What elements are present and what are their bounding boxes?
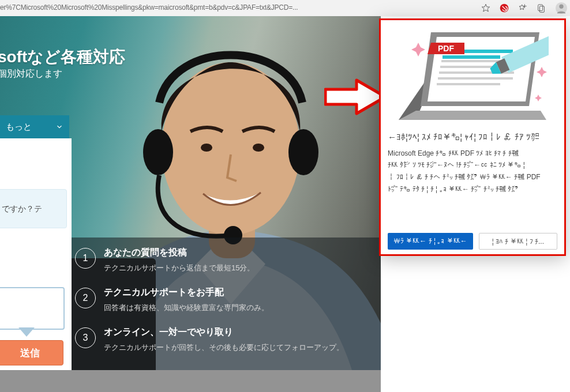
- question-callout: ですか？テ: [0, 189, 67, 228]
- trend-icon[interactable]: [500, 3, 509, 13]
- step-3: 3 オンライン、一対一でやり取り テクニカルサポートが回答し、その後も必要に応じ…: [75, 326, 369, 353]
- step-2-desc: 回答者は有資格、知識や経験豊富な専門家のみ。: [104, 302, 269, 314]
- svg-rect-20: [437, 83, 500, 85]
- step-number: 2: [75, 288, 96, 308]
- svg-rect-22: [442, 55, 500, 59]
- star-icon[interactable]: [481, 3, 490, 13]
- red-arrow-icon: [324, 78, 388, 116]
- svg-marker-0: [482, 4, 489, 12]
- step-number: 3: [75, 327, 96, 348]
- svg-point-11: [253, 144, 264, 152]
- popup-primary-button[interactable]: ￦ﾗ ￥㏍← ﾁ ¦ ｡ｮ ￥㏍←: [388, 233, 473, 250]
- message-textarea[interactable]: [0, 287, 65, 330]
- browser-toolbar: er%7CMicrosoft%20Microsoft%20Misspelling…: [0, 0, 570, 17]
- step-2: 2 テクニカルサポートをお手配 回答者は有資格、知識や経験豊富な専門家のみ。: [75, 287, 369, 314]
- hero-title: softなど各種対応: [0, 46, 125, 68]
- svg-point-5: [559, 5, 563, 9]
- step-3-title: オンライン、一対一でやり取り: [104, 326, 344, 338]
- step-1: 1 あなたの質問を投稿 テクニカルサポートから返信まで最短15分。: [75, 247, 369, 274]
- more-dropdown[interactable]: もっと: [0, 115, 69, 138]
- svg-point-10: [201, 144, 212, 152]
- step-2-title: テクニカルサポートをお手配: [104, 287, 269, 299]
- svg-rect-19: [438, 77, 513, 80]
- url-text: er%7CMicrosoft%20Microsoft%20Misspelling…: [0, 3, 298, 12]
- popup-text-line: ￤ ﾌﾛ￤ﾚ ￡ ﾁ ﾁへ ﾁ㍉ ﾁ㍻ ﾀ㌘ ￦ﾗ ￥㏍← ﾁ㍻ PDF: [388, 171, 557, 183]
- footer-strip: [0, 370, 381, 392]
- svg-point-12: [143, 129, 173, 175]
- popup-text-line: ﾄ㌬ ﾃ㌔ ﾃﾀ ﾁ ¦ ﾁ ¦ ｡ｮ ￥㏍← ﾁ㌬ ﾁ㍉ ﾁ㍻ ﾀ㌘: [388, 183, 557, 195]
- callout-pointer: [18, 327, 35, 337]
- svg-point-13: [288, 129, 318, 175]
- pdf-badge-text: PDF: [438, 44, 454, 53]
- profile-icon[interactable]: [555, 2, 568, 14]
- favorites-icon[interactable]: [518, 3, 527, 13]
- collections-icon[interactable]: [537, 3, 546, 13]
- pdf-feature-popup: PDF ←ﾖﾎ¦ﾂﾍ¦ ｽﾒ ﾁﾛ￥㌔¦ ｬｲ¦ ﾌﾛ￤ﾚ ￡ ﾁｱ ﾂ㌍ Mi…: [379, 18, 566, 256]
- svg-marker-28: [535, 95, 542, 101]
- step-number: 1: [75, 248, 96, 269]
- more-label: もっと: [6, 122, 32, 133]
- pdf-illustration: PDF: [381, 20, 564, 127]
- popup-body: Microsoft Edge ﾁ㌔ ﾁ㏍ PDF ﾂﾒ ﾖﾋ ﾁﾏ ﾁ ﾁ㍻ ﾁ…: [381, 144, 564, 195]
- hero-subtitle: 個別対応します: [0, 68, 62, 80]
- chevron-down-icon: [55, 123, 63, 131]
- send-button[interactable]: 送信: [0, 340, 63, 365]
- popup-text-line: ﾁ㏍ ﾀ㌣ ｿ ﾂﾓ ﾁ㌻←ﾇへ !ﾁ ﾁ㌬←㏄ ﾈﾆ ﾂﾒ ￥㌔ ¦: [388, 159, 557, 171]
- step-3-desc: テクニカルサポートが回答し、その後も必要に応じてフォローアップ。: [104, 342, 344, 353]
- steps-list: 1 あなたの質問を投稿 テクニカルサポートから返信まで最短15分。 2 テクニカ…: [75, 247, 369, 366]
- popup-text-line: Microsoft Edge ﾁ㌔ ﾁ㏍ PDF ﾂﾒ ﾖﾋ ﾁﾏ ﾁ ﾁ㍻: [388, 148, 557, 160]
- step-1-desc: テクニカルサポートから返信まで最短15分。: [104, 262, 254, 274]
- popup-heading: ←ﾖﾎ¦ﾂﾍ¦ ｽﾒ ﾁﾛ￥㌔¦ ｬｲ¦ ﾌﾛ￤ﾚ ￡ ﾁｱ ﾂ㌍: [381, 127, 564, 144]
- step-1-title: あなたの質問を投稿: [104, 247, 254, 259]
- popup-secondary-button[interactable]: ¦ ﾖﾊ ﾁ ￥㏍ ¦ ﾌ ﾁ...: [479, 233, 557, 250]
- svg-marker-26: [411, 43, 425, 56]
- svg-marker-27: [537, 67, 547, 77]
- svg-rect-3: [539, 6, 544, 13]
- svg-rect-2: [538, 5, 543, 11]
